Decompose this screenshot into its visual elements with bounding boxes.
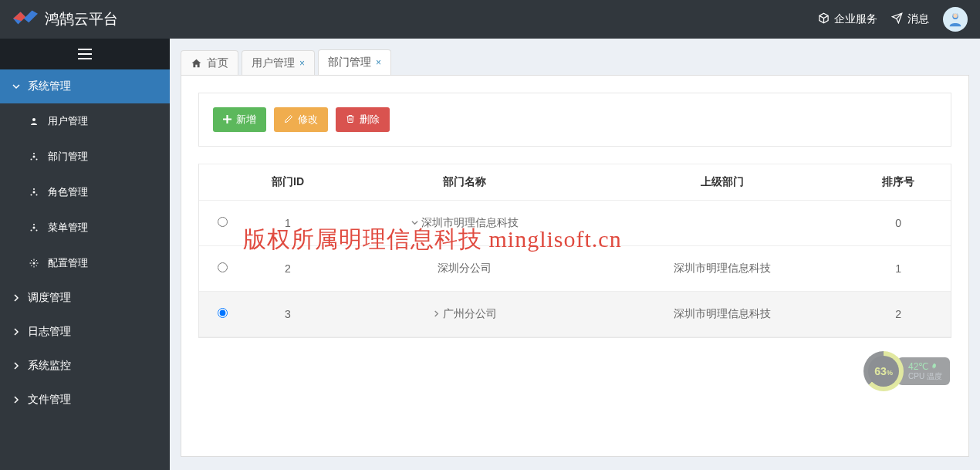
cell-parent bbox=[599, 201, 846, 246]
sidebar-item-log[interactable]: 日志管理 bbox=[0, 315, 170, 349]
message-link[interactable]: 消息 bbox=[891, 12, 929, 26]
table-header-row: 部门ID 部门名称 上级部门 排序号 bbox=[199, 164, 951, 201]
row-radio[interactable] bbox=[218, 262, 228, 272]
cell-id: 3 bbox=[245, 292, 330, 337]
svg-point-16 bbox=[36, 230, 38, 232]
close-icon[interactable]: × bbox=[299, 58, 305, 69]
col-id: 部门ID bbox=[245, 164, 330, 201]
tab-bar: 首页 用户管理 × 部门管理 × bbox=[181, 49, 969, 75]
cell-id: 2 bbox=[245, 246, 330, 292]
edit-button[interactable]: 修改 bbox=[274, 107, 328, 132]
logo-text: 鸿鹄云平台 bbox=[45, 9, 118, 29]
content-panel: 新增 修改 删除 bbox=[181, 75, 969, 457]
chevron-right-icon bbox=[12, 360, 20, 372]
header-left: 鸿鹄云平台 bbox=[12, 8, 118, 31]
sidebar-subitem-role[interactable]: 角色管理 bbox=[0, 174, 170, 210]
cpu-temp-label: CPU 温度 bbox=[908, 372, 942, 381]
close-icon[interactable]: × bbox=[376, 57, 381, 68]
col-select bbox=[199, 164, 245, 201]
tab-user[interactable]: 用户管理 × bbox=[242, 50, 315, 76]
sidebar-menu: 系统管理 用户管理 部门管理 角色管理 菜单管理 配置管理 调度管理 日志管理 … bbox=[0, 69, 170, 417]
cell-id: 1 bbox=[245, 201, 330, 246]
cell-parent: 深圳市明理信息科技 bbox=[599, 292, 846, 337]
chevron-right-icon bbox=[12, 394, 20, 406]
cell-order: 2 bbox=[846, 292, 951, 337]
plus-icon bbox=[223, 114, 231, 126]
sidebar-toggle[interactable] bbox=[0, 39, 170, 69]
col-order: 排序号 bbox=[846, 164, 951, 201]
chevron-right-icon[interactable] bbox=[433, 307, 440, 320]
cell-parent: 深圳市明理信息科技 bbox=[599, 246, 846, 292]
svg-point-10 bbox=[33, 191, 35, 194]
chevron-down-icon[interactable] bbox=[411, 216, 418, 228]
table-row[interactable]: 2 深圳分公司 深圳市明理信息科技 1 bbox=[199, 246, 951, 292]
cpu-widget: 63% 42℃ CPU 温度 bbox=[863, 351, 950, 391]
chart-icon bbox=[29, 223, 40, 232]
content-scroll[interactable]: 新增 修改 删除 bbox=[181, 76, 968, 456]
sidebar-item-system[interactable]: 系统管理 bbox=[0, 69, 170, 103]
bars-icon bbox=[78, 49, 92, 59]
tab-dept[interactable]: 部门管理 × bbox=[318, 49, 391, 75]
logo-icon bbox=[12, 8, 39, 31]
col-parent: 上级部门 bbox=[599, 164, 846, 201]
toolbar: 新增 修改 删除 bbox=[198, 93, 951, 147]
svg-rect-4 bbox=[78, 58, 92, 59]
enterprise-service-link[interactable]: 企业服务 bbox=[818, 12, 877, 26]
cell-name: 深圳市明理信息科技 bbox=[330, 201, 599, 246]
cell-order: 0 bbox=[846, 201, 951, 246]
table-row[interactable]: 1 深圳市明理信息科技 0 bbox=[199, 201, 951, 246]
chart-icon bbox=[29, 152, 40, 161]
chevron-right-icon bbox=[12, 326, 20, 338]
svg-point-15 bbox=[31, 230, 32, 232]
message-label: 消息 bbox=[907, 12, 929, 26]
gear-icon bbox=[29, 259, 40, 268]
cube-icon bbox=[818, 12, 830, 26]
sidebar-item-file[interactable]: 文件管理 bbox=[0, 383, 170, 417]
col-name: 部门名称 bbox=[330, 164, 599, 201]
svg-point-11 bbox=[31, 194, 32, 196]
svg-point-7 bbox=[31, 159, 32, 161]
sidebar-item-monitor[interactable]: 系统监控 bbox=[0, 349, 170, 383]
svg-point-5 bbox=[32, 118, 35, 121]
sidebar: 系统管理 用户管理 部门管理 角色管理 菜单管理 配置管理 调度管理 日志管理 … bbox=[0, 39, 170, 470]
avatar[interactable] bbox=[943, 7, 968, 32]
sidebar-subitem-user[interactable]: 用户管理 bbox=[0, 103, 170, 139]
trash-icon bbox=[346, 114, 355, 126]
cpu-temp-pill: 42℃ CPU 温度 bbox=[897, 357, 950, 385]
enterprise-label: 企业服务 bbox=[834, 12, 877, 26]
send-icon bbox=[891, 12, 903, 26]
chevron-right-icon bbox=[12, 292, 20, 304]
sidebar-subitem-dept[interactable]: 部门管理 bbox=[0, 139, 170, 174]
row-radio[interactable] bbox=[218, 308, 228, 318]
cpu-temp-value: 42℃ bbox=[908, 361, 942, 372]
svg-point-18 bbox=[33, 262, 35, 265]
sidebar-item-schedule[interactable]: 调度管理 bbox=[0, 281, 170, 315]
table-row[interactable]: 3 广州分公司 深圳市明理信息科技 2 bbox=[199, 292, 951, 337]
sidebar-item-label: 系统管理 bbox=[28, 79, 71, 93]
header-right: 企业服务 消息 bbox=[818, 7, 968, 32]
svg-point-1 bbox=[953, 14, 958, 19]
svg-point-14 bbox=[33, 227, 35, 229]
sidebar-subitem-menu[interactable]: 菜单管理 bbox=[0, 210, 170, 245]
row-radio[interactable] bbox=[218, 217, 228, 227]
main-content: 首页 用户管理 × 部门管理 × 新增 修改 bbox=[170, 39, 980, 470]
svg-rect-3 bbox=[78, 53, 92, 55]
chart-icon bbox=[29, 188, 40, 197]
tab-home[interactable]: 首页 bbox=[181, 50, 238, 76]
add-button[interactable]: 新增 bbox=[213, 107, 266, 132]
svg-point-9 bbox=[33, 153, 35, 154]
svg-point-6 bbox=[33, 156, 35, 158]
cpu-percent: 63% bbox=[874, 365, 893, 377]
cell-name: 广州分公司 bbox=[330, 292, 599, 337]
svg-point-8 bbox=[36, 159, 38, 161]
delete-button[interactable]: 删除 bbox=[336, 107, 390, 132]
cpu-gauge: 63% bbox=[863, 351, 904, 391]
pencil-icon bbox=[284, 114, 293, 126]
app-header: 鸿鹄云平台 企业服务 消息 bbox=[0, 0, 980, 39]
dept-table: 部门ID 部门名称 上级部门 排序号 1 深圳市明理信息科技 bbox=[198, 164, 951, 338]
submenu-system: 用户管理 部门管理 角色管理 菜单管理 配置管理 bbox=[0, 103, 170, 281]
cell-name: 深圳分公司 bbox=[330, 246, 599, 292]
sidebar-subitem-config[interactable]: 配置管理 bbox=[0, 245, 170, 281]
svg-point-13 bbox=[33, 188, 35, 190]
svg-rect-2 bbox=[78, 49, 92, 50]
